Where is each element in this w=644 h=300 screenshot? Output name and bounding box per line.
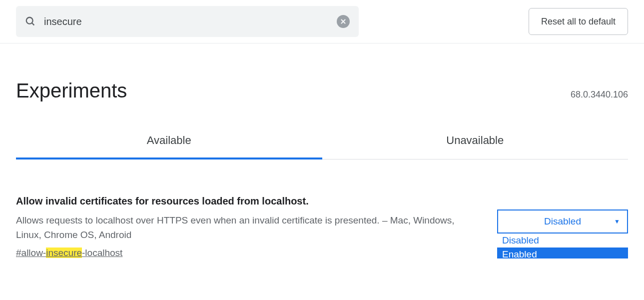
state-dropdown: Disabled Enabled — [497, 234, 628, 258]
experiment-control: Disabled ▼ Disabled Enabled — [497, 196, 628, 258]
experiment-flag-link[interactable]: #allow-insecure-localhost — [16, 248, 122, 258]
state-select-value: Disabled — [544, 216, 581, 227]
svg-line-1 — [32, 23, 34, 26]
state-option-enabled[interactable]: Enabled — [497, 248, 628, 258]
flag-prefix: #allow- — [16, 248, 46, 258]
tabs: Available Unavailable — [16, 134, 628, 160]
reset-all-button[interactable]: Reset all to default — [529, 8, 628, 35]
chevron-down-icon: ▼ — [614, 218, 620, 225]
flag-highlight: insecure — [46, 248, 82, 258]
content: Experiments 68.0.3440.106 Available Unav… — [0, 80, 644, 258]
header-bar: Reset all to default — [0, 0, 644, 44]
experiment-details: Allow invalid certificates for resources… — [16, 196, 477, 258]
state-option-disabled[interactable]: Disabled — [497, 234, 628, 248]
flag-suffix: -localhost — [82, 248, 122, 258]
title-row: Experiments 68.0.3440.106 — [16, 80, 628, 102]
state-select[interactable]: Disabled ▼ — [497, 210, 628, 234]
experiment-title: Allow invalid certificates for resources… — [16, 196, 477, 207]
clear-search-icon[interactable] — [337, 15, 350, 28]
search-input[interactable] — [44, 16, 337, 28]
search-field[interactable] — [16, 6, 359, 37]
experiment-description: Allows requests to localhost over HTTPS … — [16, 213, 477, 242]
version-label: 68.0.3440.106 — [571, 90, 628, 100]
experiment-row: Allow invalid certificates for resources… — [16, 196, 628, 258]
tab-unavailable[interactable]: Unavailable — [322, 134, 629, 159]
svg-point-0 — [26, 18, 33, 24]
page-title: Experiments — [16, 80, 127, 102]
tab-available[interactable]: Available — [16, 134, 322, 159]
search-icon — [25, 16, 36, 27]
